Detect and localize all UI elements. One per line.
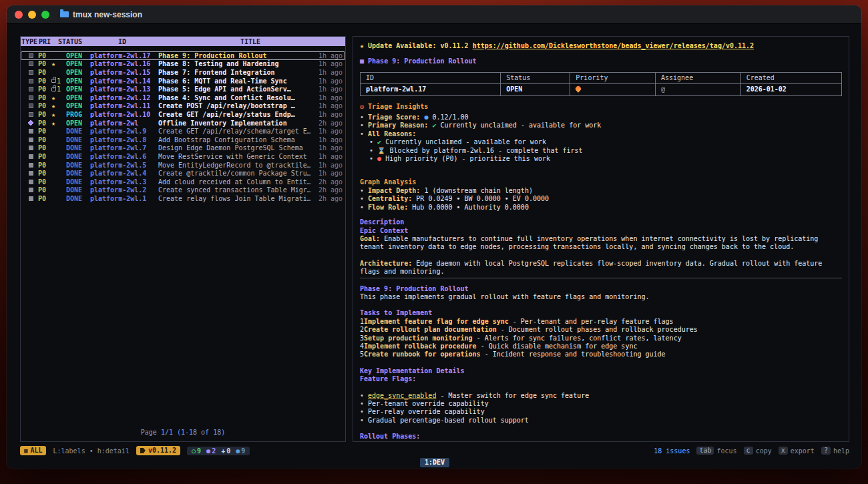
issue-row[interactable]: P0 DONE platform-2wl.6 Move RestService … [21,152,345,161]
issue-row[interactable]: P0 OPEN platform-2wl.15 Phase 7: Fronten… [21,68,345,77]
issue-age: 1h ago [310,153,343,160]
triage-reason: • ● High priority (P0) - prioritize this… [360,155,842,163]
marker-icon: ★ [51,111,55,118]
issue-title: Create relay_flows Join Table Migrati… [158,195,310,202]
issue-row[interactable]: P0 DONE platform-2wl.2 Create synced_tra… [21,186,345,195]
issue-id: platform-2wl [90,119,158,127]
triage-title: ◎ Triage Insights [360,103,842,111]
key-details-title: Key Implementation Details [360,367,842,375]
issue-row[interactable]: P0 DONE platform-2wl.3 Add cloud_receive… [21,178,345,186]
issue-marker-cell: ★ [51,94,66,101]
keyboard-hint[interactable]: xexport [779,447,815,455]
issue-row[interactable]: P0 DONE platform-2wl.8 Add Bootstrap Con… [21,136,345,144]
task-item: 3Setup production monitoring - Alerts fo… [360,334,842,342]
issue-rows: P0 OPEN platform-2wl.17 Phase 9: Product… [21,46,345,203]
issue-age: 2h ago [310,195,343,202]
issue-age: 1h ago [310,69,343,76]
graph-title: Graph Analysis [360,178,842,186]
triage-primary-line: • Primary Reason: ✔ Currently unclaimed … [360,122,842,130]
issue-age: 1h ago [310,52,343,59]
task-type-icon [29,171,33,176]
tag-icon [140,448,146,453]
task-type-icon [29,112,33,117]
issue-priority: P0 [38,102,51,109]
zoom-window-button[interactable] [41,11,49,19]
keyboard-hint[interactable]: tabfocus [696,447,736,455]
issue-title: Phase 9: Production Rollout [158,52,310,59]
feature-flags-title: Feature Flags: [360,375,842,383]
issue-row[interactable]: P0 ★ OPEN platform-2wl.11 Create POST /a… [21,102,345,111]
issue-title: Phase 6: MQTT and Real-Time Sync [158,77,310,85]
issue-type-cell [23,112,38,117]
window-titlebar[interactable]: tmux new-session [7,5,861,24]
issue-row[interactable]: P0 ★ OPEN platform-2wl.16 Phase 8: Testi… [21,60,345,69]
keyboard-hint[interactable]: ccopy [744,447,772,455]
statusbar-hints: L:labels • h:detail [53,447,129,455]
issue-row[interactable]: P0 OPEN platform-2wl.17 Phase 9: Product… [21,51,345,60]
issue-row[interactable]: P0 DONE platform-2wl.9 Create GET /api/r… [21,127,345,136]
issue-title: Add cloud_received_at Column to Entit… [158,178,310,186]
issue-count-item: ○9 [192,447,201,455]
issue-age: 1h ago [310,77,343,85]
app-status-bar: ▦ ALL L:labels • h:detail v0.11.2 ○9 ●2 … [20,445,849,457]
issue-row[interactable]: P0 DONE platform-2wl.1 Create relay_flow… [21,194,345,203]
minimize-window-button[interactable] [28,11,36,19]
task-name: Setup production monitoring [364,334,473,342]
reason-icon: ⌛ [377,147,385,154]
issue-priority: P0 [38,186,51,194]
issue-age: 1h ago [310,60,343,67]
issue-row[interactable]: P0 1 OPEN platform-2wl.13 Phase 5: Edge … [21,85,345,93]
issue-status: OPEN [66,102,90,109]
issue-row[interactable]: P0 DONE platform-2wl.5 Move EntityLedger… [21,161,345,170]
keyboard-hint[interactable]: ?help [821,447,849,455]
tmux-window-tab[interactable]: 1:DEV [420,458,449,467]
issue-priority: P0 [38,77,51,85]
column-header-id: ID [89,38,156,45]
issue-age: 2h ago [310,119,343,127]
issue-title: Create GET /api/relay/schema/target E… [158,128,310,135]
close-window-button[interactable] [15,11,23,19]
version-badge[interactable]: v0.11.2 [136,446,180,455]
target-icon: ◎ [360,103,364,110]
marker-icon: ★ [51,60,55,67]
task-type-icon [29,103,33,108]
issue-counts: ○9 ●2 +0 ●9 [187,447,250,455]
task-item: 2Create rollout plan documentation - Doc… [360,326,842,334]
pagination-status: Page 1/1 (1-18 of 18) [21,425,345,441]
graph-impact-line: • Impact Depth: 1 (downstream chain leng… [360,187,842,195]
issue-row[interactable]: P0 ★ OPEN platform-2wl.12 Phase 4: Sync … [21,93,345,102]
issue-priority: P0 [38,153,51,160]
issue-id: platform-2wl.17 [90,52,158,59]
issue-row[interactable]: P0 DONE platform-2wl.4 Create @tracktile… [21,169,345,178]
key-badge: ? [821,447,831,455]
issue-age: 1h ago [310,128,343,135]
task-type-icon [29,87,33,91]
issue-type-cell [23,61,38,66]
filter-all-badge[interactable]: ▦ ALL [20,446,46,455]
issue-row[interactable]: P0 ★ PROG platform-2wl.10 Create GET /ap… [21,110,345,119]
column-header-type: TYPE [21,38,38,45]
issue-type-cell [23,87,38,91]
issue-row[interactable]: P0 DONE platform-2wl.7 Design Edge Daemo… [21,144,345,153]
issue-type-cell [23,103,38,108]
issue-priority: P0 [38,128,51,135]
issue-type-cell [23,95,38,100]
lock-icon [51,79,56,83]
task-description: - Quick disable mechanism for edge sync [481,342,638,350]
issue-row[interactable]: P0 1 OPEN platform-2wl.14 Phase 6: MQTT … [21,77,345,85]
key-badge: x [779,447,788,455]
task-item: 1Implement feature flag for edge sync - … [360,318,842,326]
phase-section-text: This phase implements gradual rollout wi… [360,293,842,301]
issue-age: 1h ago [310,111,343,118]
issue-type-cell [23,163,38,168]
issue-row[interactable]: P0 ★ OPEN platform-2wl Offline Inventory… [21,119,345,128]
issue-status: DONE [66,136,90,144]
release-link[interactable]: https://github.com/Dicklesworthstone/bea… [473,42,754,49]
meta-assignee: @ [656,84,741,95]
issue-type-cell [23,196,38,201]
detail-title-line: ■ Phase 9: Production Rollout [360,57,842,65]
issue-id: platform-2wl.14 [90,77,158,85]
issue-status: DONE [66,128,90,135]
rollout-phases-title: Rollout Phases: [360,433,842,441]
issue-priority: P0 [38,144,51,152]
